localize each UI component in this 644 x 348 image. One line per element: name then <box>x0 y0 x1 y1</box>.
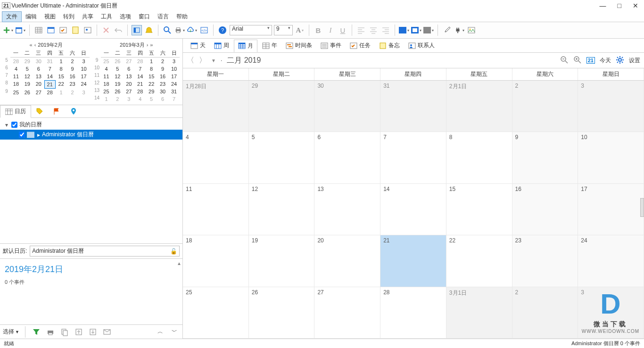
mini-day[interactable]: 10 <box>78 65 90 73</box>
italic-button[interactable]: I <box>325 25 336 35</box>
mini-day[interactable]: 21 <box>44 80 56 89</box>
today-button[interactable]: 今天 <box>600 57 611 65</box>
mini-day[interactable]: 25 <box>101 58 112 65</box>
mini-day[interactable]: 10 <box>168 65 180 73</box>
prev-month-icon[interactable]: ‹ <box>34 42 36 48</box>
mini-day[interactable]: 13 <box>123 73 134 80</box>
next-month-icon[interactable]: › <box>147 42 149 48</box>
calendar-cell[interactable]: 3月1日 <box>446 287 512 339</box>
mini-day[interactable]: 11 <box>101 73 112 80</box>
calendar-cell[interactable]: 27 <box>314 287 380 339</box>
tab-day[interactable]: 天 <box>187 40 209 51</box>
mini-day[interactable]: 6 <box>123 65 134 73</box>
calendar-cell[interactable]: 23 <box>512 235 578 287</box>
prev-year-icon[interactable]: « <box>30 42 33 48</box>
mini-day[interactable]: 14 <box>44 73 56 80</box>
mini-day[interactable]: 29 <box>22 58 33 65</box>
mini-day[interactable]: 6 <box>33 65 44 73</box>
mini-day[interactable]: 7 <box>168 95 180 103</box>
mini-day[interactable]: 15 <box>146 73 157 80</box>
collapse-down-icon[interactable]: ﹀ <box>169 327 180 337</box>
close-button[interactable]: ✕ <box>633 2 638 9</box>
mini-day[interactable]: 9 <box>157 65 168 73</box>
border-color-button[interactable] <box>411 25 421 35</box>
calendar-cell[interactable]: 4 <box>183 132 249 183</box>
mini-day[interactable]: 16 <box>67 73 78 80</box>
filter-icon[interactable] <box>31 327 41 337</box>
child-checkbox[interactable] <box>19 132 25 138</box>
tree-item-admin-calendar[interactable]: ▸ Administrator 個日曆 <box>0 130 182 140</box>
menu-8[interactable]: 语言 <box>154 12 173 22</box>
calendar-cell[interactable]: 17 <box>578 184 644 235</box>
mini-day[interactable]: 7 <box>44 65 56 73</box>
mini-day[interactable]: 31 <box>168 88 180 95</box>
mini-day[interactable]: 24 <box>168 80 180 88</box>
contact-tool-icon[interactable] <box>83 25 93 35</box>
zoom-out-icon[interactable] <box>560 56 569 66</box>
calendar-cell[interactable]: 28 <box>380 287 446 339</box>
calendar-cell[interactable]: 1月28日 <box>183 81 249 132</box>
search-icon[interactable] <box>162 25 173 35</box>
settings-label[interactable]: 设置 <box>629 57 640 65</box>
mini-day[interactable]: 2 <box>157 58 168 65</box>
mini-day[interactable]: 11 <box>10 73 22 80</box>
mail-icon[interactable] <box>102 327 112 337</box>
mini-day[interactable]: 18 <box>101 80 112 88</box>
mini-day[interactable]: 23 <box>67 80 78 89</box>
mini-day[interactable]: 5 <box>146 95 157 103</box>
mini-day[interactable]: 14 <box>134 73 146 80</box>
tab-week[interactable]: 周 <box>210 40 233 51</box>
collapse-up-icon[interactable]: ︿ <box>155 327 165 337</box>
mini-day[interactable]: 7 <box>134 65 146 73</box>
detail-scroll-up[interactable]: ▲ <box>177 261 182 266</box>
calendar-cell[interactable]: 9 <box>512 132 578 183</box>
print-list-icon[interactable] <box>45 327 56 337</box>
next-year-icon[interactable]: » <box>150 42 153 48</box>
align-right-icon[interactable] <box>380 25 391 35</box>
mini-day[interactable]: 27 <box>33 89 44 96</box>
code-icon[interactable]: </> <box>199 25 209 35</box>
tab-flags[interactable] <box>48 106 65 117</box>
calendar-cell[interactable]: 3 <box>578 81 644 132</box>
font-color-button[interactable]: A <box>295 25 305 35</box>
menu-7[interactable]: 窗口 <box>135 12 154 22</box>
grid-icon[interactable] <box>33 25 44 35</box>
mini-day[interactable]: 5 <box>22 65 33 73</box>
mini-day[interactable]: 8 <box>146 65 157 73</box>
calendar-cell[interactable]: 19 <box>249 235 315 287</box>
align-left-icon[interactable] <box>356 25 366 35</box>
mini-calendar-feb[interactable]: «‹2019年2月 一二三四五六日52829303112364567891071… <box>3 41 90 103</box>
image-tool-icon[interactable] <box>466 25 477 35</box>
menu-5[interactable]: 工具 <box>97 12 116 22</box>
mini-day[interactable]: 25 <box>10 89 22 96</box>
calendar-cell[interactable]: 2月1日 <box>446 81 512 132</box>
cloud-sync-icon[interactable] <box>187 25 197 35</box>
mini-day[interactable]: 17 <box>168 73 180 80</box>
tab-tags[interactable] <box>31 106 48 117</box>
mini-day[interactable]: 21 <box>134 80 146 88</box>
calendar-cell[interactable]: 18 <box>183 235 249 287</box>
calendar-cell[interactable]: 25 <box>183 287 249 339</box>
mini-day[interactable]: 31 <box>44 58 56 65</box>
eyedropper-icon[interactable] <box>442 25 452 35</box>
note-tool-icon[interactable] <box>70 25 81 35</box>
calendar-cell[interactable]: 30 <box>314 81 380 132</box>
calendar-cell[interactable]: 24 <box>578 235 644 287</box>
zoom-in-icon[interactable] <box>573 56 582 66</box>
copy-icon[interactable] <box>59 327 70 337</box>
mini-day[interactable]: 6 <box>157 95 168 103</box>
mini-day[interactable]: 12 <box>22 73 33 80</box>
mini-day[interactable]: 18 <box>10 80 22 89</box>
mini-day[interactable]: 19 <box>22 80 33 89</box>
tab-timeline[interactable]: 时间条 <box>282 40 316 51</box>
mini-day[interactable]: 19 <box>112 80 123 88</box>
calendar-tool-button[interactable] <box>15 25 25 35</box>
menu-9[interactable]: 帮助 <box>173 12 191 22</box>
tab-locations[interactable] <box>65 106 82 117</box>
menu-2[interactable]: 视图 <box>41 12 59 22</box>
toggle-panel-icon[interactable] <box>132 25 142 35</box>
mini-day[interactable]: 30 <box>157 88 168 95</box>
menu-6[interactable]: 选项 <box>116 12 135 22</box>
alarm-icon[interactable] <box>144 25 154 35</box>
mini-day[interactable]: 15 <box>56 73 67 80</box>
